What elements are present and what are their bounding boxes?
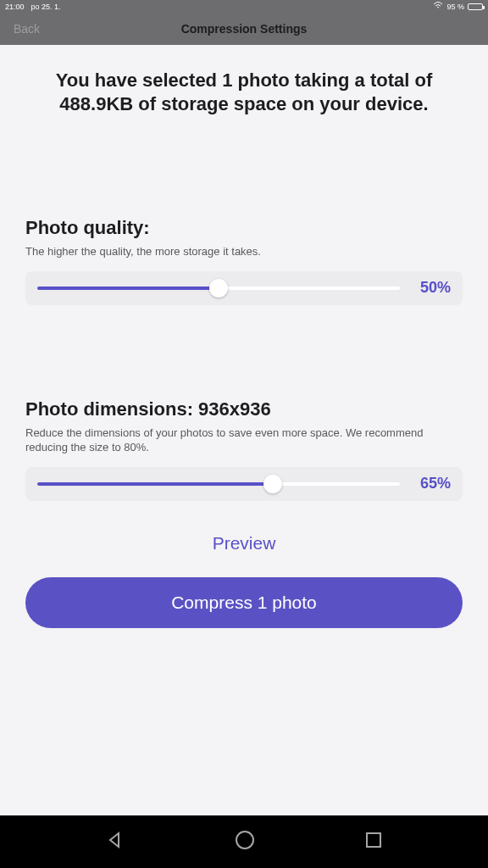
status-time: 21:00 — [5, 3, 25, 11]
android-nav-bar — [0, 815, 488, 868]
wifi-icon — [433, 2, 443, 11]
quality-subtitle: The higher the quality, the more storage… — [25, 244, 463, 259]
dimensions-slider[interactable]: 65% — [25, 467, 463, 501]
preview-button[interactable]: Preview — [25, 533, 463, 554]
dimensions-value: 65% — [412, 475, 451, 492]
dimensions-subtitle: Reduce the dimensions of your photos to … — [25, 426, 463, 455]
nav-bar: Back Compression Settings — [0, 13, 488, 45]
quality-fill — [37, 287, 219, 290]
status-date: po 25. 1. — [31, 3, 61, 11]
quality-track — [37, 287, 400, 290]
nav-recent-icon[interactable] — [364, 831, 383, 853]
dimensions-fill — [37, 482, 273, 486]
dimensions-thumb[interactable] — [263, 475, 282, 493]
back-button[interactable]: Back — [14, 22, 40, 36]
status-battery-pct: 95 % — [446, 3, 464, 11]
svg-point-0 — [236, 832, 253, 849]
svg-rect-1 — [367, 833, 380, 847]
nav-back-icon[interactable] — [105, 830, 125, 854]
quality-value: 50% — [412, 279, 451, 297]
page-title: Compression Settings — [181, 22, 308, 36]
quality-title: Photo quality: — [25, 217, 463, 239]
quality-thumb[interactable] — [209, 279, 228, 298]
dimensions-section: Photo dimensions: 936x936 Reduce the dim… — [25, 398, 463, 501]
nav-home-icon[interactable] — [234, 829, 256, 854]
compress-button[interactable]: Compress 1 photo — [25, 577, 463, 628]
quality-section: Photo quality: The higher the quality, t… — [25, 217, 463, 305]
dimensions-title: Photo dimensions: 936x936 — [25, 398, 463, 420]
quality-slider[interactable]: 50% — [25, 271, 463, 305]
headline-text: You have selected 1 photo taking a total… — [30, 69, 458, 115]
battery-icon — [468, 3, 483, 10]
system-status-bar: 21:00 po 25. 1. 95 % — [0, 0, 488, 13]
dimensions-track — [37, 482, 400, 486]
